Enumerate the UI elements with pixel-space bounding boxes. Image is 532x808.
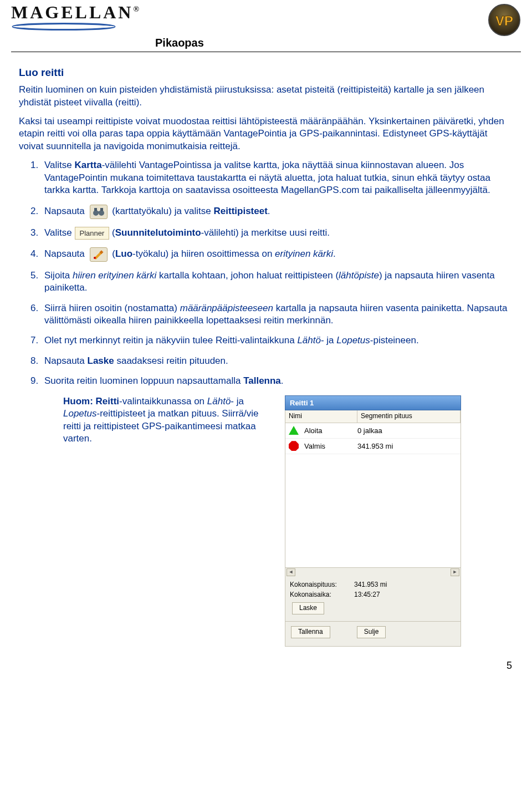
intro-paragraph-2: Kaksi tai useampi reittipiste voivat muo… <box>19 115 513 153</box>
total-time-label: Kokonaisaika: <box>290 591 343 599</box>
row-segment: 0 jalkaa <box>357 426 382 435</box>
intro-paragraph-1: Reitin luominen on kuin pisteiden yhdist… <box>19 84 513 109</box>
step-3: Valitse Planner (Suunnitelutoiminto-väli… <box>41 227 513 240</box>
step-6: Siirrä hiiren osoitin (nostamatta) määrä… <box>41 302 513 327</box>
brand-name: MAGELLAN® <box>11 3 141 21</box>
column-header-segment[interactable]: Segmentin pituus <box>357 410 461 423</box>
row-segment: 341.953 mi <box>357 441 393 451</box>
step-1: Valitse Kartta-välilehti VantagePointiss… <box>41 159 513 196</box>
stop-octagon-icon <box>289 441 299 451</box>
horizontal-scrollbar[interactable]: ◄ ► <box>285 567 461 577</box>
planner-tab-icon: Planner <box>75 227 110 240</box>
calculate-button[interactable]: Laske <box>292 602 324 614</box>
route-row-end[interactable]: Valmis 341.953 mi <box>285 439 461 454</box>
step-5: Sijoita hiiren erityinen kärki kartalla … <box>41 270 513 294</box>
svg-rect-6 <box>97 211 100 213</box>
total-time-value: 13:45:27 <box>354 591 380 599</box>
step-2: Napsauta (karttatyökalu) ja valitse Reit… <box>41 205 513 219</box>
scroll-right-icon[interactable]: ► <box>451 568 459 576</box>
section-heading: Luo reitti <box>19 65 513 79</box>
start-triangle-icon <box>289 426 299 435</box>
step-4: Napsauta (Luo-työkalu) ja hiiren osoitti… <box>41 247 513 262</box>
total-length-value: 341.953 mi <box>354 581 387 590</box>
column-header-name[interactable]: Nimi <box>285 410 357 423</box>
step-7: Olet nyt merkinnyt reitin ja näkyviin tu… <box>41 334 513 347</box>
total-length-label: Kokonaispituus: <box>290 581 343 590</box>
route-dialog: Reitti 1 Nimi Segmentin pituus Aloita 0 … <box>285 395 461 647</box>
svg-rect-7 <box>94 208 97 211</box>
route-row-start[interactable]: Aloita 0 jalkaa <box>285 423 461 439</box>
row-name: Aloita <box>304 426 357 435</box>
dialog-title: Reitti 1 <box>285 395 461 410</box>
save-button[interactable]: Tallenna <box>291 626 330 638</box>
brand-logo: MAGELLAN® <box>11 3 141 31</box>
svg-point-1 <box>13 25 115 28</box>
note-text: Huom: Reitti-valintaikkunassa on Lähtö- … <box>63 395 274 647</box>
close-button[interactable]: Sulje <box>357 626 386 638</box>
svg-point-10 <box>94 257 96 259</box>
binoculars-icon <box>90 205 108 219</box>
create-tool-icon <box>90 247 108 262</box>
scroll-left-icon[interactable]: ◄ <box>287 568 295 576</box>
step-8: Napsauta Laske saadaksesi reitin pituude… <box>41 355 513 367</box>
page-number: 5 <box>11 660 521 672</box>
step-9: Suorita reitin luominen loppuun napsautt… <box>41 375 513 387</box>
svg-rect-8 <box>100 208 103 211</box>
vp-badge-icon: VP <box>488 3 521 39</box>
svg-text:VP: VP <box>495 13 513 28</box>
row-name: Valmis <box>304 441 357 451</box>
title-divider <box>11 52 521 52</box>
page-title: Pikaopas <box>155 37 521 49</box>
